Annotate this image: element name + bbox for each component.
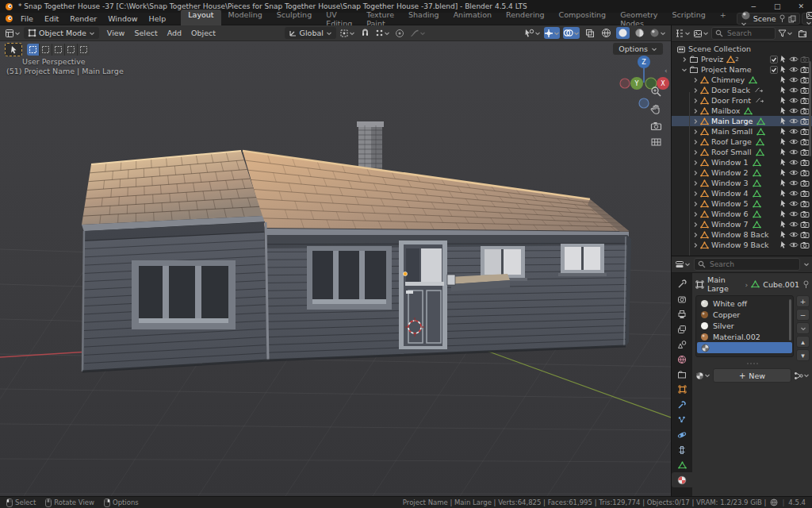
outliner-row-window-2[interactable]: Window 2	[672, 167, 812, 178]
expand-chevron-icon[interactable]	[692, 149, 699, 156]
render-camera-icon[interactable]	[800, 210, 810, 217]
zoom-tool-icon[interactable]	[650, 86, 662, 98]
selectable-pointer-icon[interactable]	[779, 106, 787, 115]
browse-material-dropdown[interactable]	[695, 370, 710, 382]
menu-render[interactable]: Render	[64, 13, 102, 24]
render-camera-icon[interactable]	[800, 190, 810, 197]
slot-specials-dropdown[interactable]	[796, 322, 810, 334]
selectable-pointer-icon[interactable]	[779, 230, 787, 239]
selectable-pointer-icon[interactable]	[779, 199, 787, 208]
show-gizmo-dropdown[interactable]	[524, 27, 541, 39]
outliner-row-main-small[interactable]: Main Small	[672, 126, 812, 137]
hide-eye-icon[interactable]	[789, 210, 799, 217]
falloff-dropdown[interactable]	[410, 27, 426, 39]
expand-chevron-icon[interactable]	[692, 129, 699, 135]
hide-eye-icon[interactable]	[789, 190, 799, 197]
select-box-invert-button[interactable]	[65, 44, 78, 56]
hide-eye-icon[interactable]	[789, 159, 799, 166]
properties-tab-material[interactable]	[672, 472, 692, 487]
gizmos-toggle[interactable]	[544, 27, 560, 39]
exclude-checkbox[interactable]	[770, 66, 778, 74]
render-camera-icon[interactable]	[800, 169, 810, 176]
hide-eye-icon[interactable]	[789, 221, 799, 228]
properties-tab-data[interactable]	[672, 457, 692, 472]
expand-chevron-icon[interactable]	[692, 180, 699, 187]
expand-chevron-icon[interactable]	[692, 170, 699, 176]
breadcrumb-data[interactable]: Cube.001	[763, 280, 799, 289]
expand-chevron-icon[interactable]	[692, 139, 699, 145]
shading-solid-button[interactable]	[616, 27, 630, 39]
expand-chevron-icon[interactable]	[692, 160, 699, 166]
outliner-row-project-name[interactable]: Project Name	[672, 64, 812, 75]
toggle-ortho-icon[interactable]	[650, 137, 662, 147]
mode-dropdown[interactable]: Object Mode	[24, 27, 99, 39]
camera-view-icon[interactable]	[650, 121, 662, 131]
viewlayer-selector[interactable]: ViewLayer	[802, 13, 812, 25]
material-slot-copper[interactable]: Copper	[696, 309, 793, 320]
select-box-subtract-button[interactable]	[52, 44, 65, 56]
pin-icon[interactable]	[802, 280, 810, 289]
selectable-pointer-icon[interactable]	[779, 55, 787, 64]
new-collection-icon[interactable]	[795, 28, 809, 40]
render-camera-icon[interactable]	[800, 241, 810, 248]
selectable-pointer-icon[interactable]	[779, 96, 787, 105]
properties-tab-constraints[interactable]	[672, 442, 692, 457]
hide-eye-icon[interactable]	[789, 148, 799, 156]
outliner-row-window-6[interactable]: Window 6	[672, 209, 812, 219]
selectable-pointer-icon[interactable]	[779, 189, 787, 198]
properties-tab-collection[interactable]	[672, 367, 692, 382]
properties-tab-output[interactable]	[672, 306, 692, 321]
properties-tab-object[interactable]	[672, 382, 692, 397]
expand-chevron-icon[interactable]	[681, 56, 688, 63]
pivot-point-dropdown[interactable]	[339, 27, 355, 39]
selectable-pointer-icon[interactable]	[779, 158, 787, 167]
filter-icon[interactable]	[778, 28, 793, 40]
outliner-row-door-back[interactable]: Door Back	[672, 85, 812, 95]
chimney-mesh[interactable]	[357, 121, 384, 171]
render-camera-icon[interactable]	[800, 221, 810, 228]
front-door[interactable]	[399, 241, 447, 349]
properties-tab-world[interactable]	[672, 352, 692, 367]
breadcrumb-object[interactable]: Main Large	[707, 275, 742, 293]
proportional-editing-toggle[interactable]	[393, 27, 407, 39]
outliner-row-window-1[interactable]: Window 1	[672, 157, 812, 167]
shading-wireframe-button[interactable]	[599, 27, 613, 39]
outliner-row-mailbox[interactable]: Mailbox	[672, 106, 812, 116]
blender-menu-icon[interactable]	[5, 14, 13, 23]
hide-eye-icon[interactable]	[789, 241, 799, 248]
hide-eye-icon[interactable]	[789, 179, 799, 187]
hide-eye-icon[interactable]	[789, 87, 799, 94]
axis-neg-z-handle[interactable]	[639, 98, 649, 108]
outliner-row-window-3[interactable]: Window 3	[672, 178, 812, 188]
shading-material-button[interactable]	[633, 27, 646, 39]
select-box-extend-button[interactable]	[40, 44, 52, 56]
axis-neg-x-handle[interactable]	[620, 79, 630, 88]
material-nodes-dropdown[interactable]	[794, 370, 810, 382]
window-right-2[interactable]	[558, 244, 607, 276]
outliner-row-window-8-back[interactable]: Window 8 Back	[672, 229, 812, 240]
selectable-pointer-icon[interactable]	[779, 75, 787, 84]
viewport-menu-add[interactable]: Add	[163, 28, 186, 38]
hide-eye-icon[interactable]	[789, 138, 799, 145]
window-middle[interactable]	[307, 246, 392, 310]
outliner-row-window-5[interactable]: Window 5	[672, 198, 812, 209]
selectable-pointer-icon[interactable]	[779, 86, 787, 94]
selectable-pointer-icon[interactable]	[779, 65, 787, 74]
render-camera-icon[interactable]	[800, 200, 810, 207]
list-resize-grip[interactable]	[695, 363, 810, 364]
outliner-search-input[interactable]	[726, 29, 772, 38]
selectable-pointer-icon[interactable]	[779, 137, 787, 146]
selectable-pointer-icon[interactable]	[779, 168, 787, 177]
move-slot-down-button[interactable]: ▾	[796, 349, 810, 361]
3d-scene[interactable]	[0, 41, 671, 496]
shading-rendered-button[interactable]	[649, 27, 666, 39]
expand-chevron-icon[interactable]	[692, 211, 699, 217]
outliner-editor-icon[interactable]	[675, 28, 691, 40]
outliner-row-window-4[interactable]: Window 4	[672, 188, 812, 198]
remove-slot-button[interactable]: −	[796, 309, 810, 321]
expand-chevron-icon[interactable]	[692, 201, 699, 207]
expand-chevron-icon[interactable]	[692, 98, 699, 104]
select-box-new-button[interactable]	[27, 44, 40, 56]
material-slot-silver[interactable]: Silver	[696, 320, 793, 331]
properties-search-input[interactable]	[708, 260, 796, 269]
